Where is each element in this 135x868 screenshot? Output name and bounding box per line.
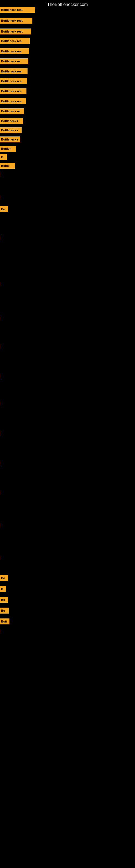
bottleneck-line-31 [0, 556, 0, 560]
bottleneck-bar-15: Bottlen [0, 146, 16, 152]
bottleneck-bar-7: Bottleneck res [0, 68, 28, 74]
bottleneck-line-30 [0, 524, 0, 527]
bottleneck-line-18 [0, 172, 0, 176]
bottleneck-bar-6: Bottleneck re [0, 58, 28, 64]
bottleneck-bar-13: Bottleneck r [0, 127, 21, 133]
bottleneck-bar-10: Bottleneck res [0, 98, 26, 104]
bottleneck-line-23 [0, 316, 0, 320]
bottleneck-bar-9: Bottleneck res [0, 88, 27, 94]
bottleneck-bar-4: Bottleneck res [0, 38, 30, 44]
bottleneck-line-27 [0, 431, 0, 435]
bottleneck-bar-17: Bottle [0, 163, 15, 169]
bottleneck-bar-32: Bo [0, 575, 8, 581]
bottleneck-line-29 [0, 491, 0, 495]
bottleneck-bar-35: Bo [0, 608, 9, 614]
bottleneck-bar-33: B [0, 586, 6, 592]
bottleneck-line-26 [0, 401, 0, 405]
bottleneck-bar-5: Bottleneck res [0, 48, 29, 54]
bottleneck-bar-3: Bottleneck resu [0, 29, 31, 34]
bottleneck-line-25 [0, 374, 0, 378]
bottleneck-bar-20: Bo [0, 206, 8, 212]
bottleneck-bar-2: Bottleneck resu [0, 18, 32, 24]
bottleneck-bar-36: Bott [0, 618, 9, 624]
bottleneck-line-37 [0, 629, 0, 633]
bottleneck-line-19 [0, 195, 0, 199]
bottleneck-bar-34: Bo [0, 597, 8, 603]
bottleneck-line-22 [0, 282, 0, 286]
bottleneck-bar-1: Bottleneck resu [0, 7, 35, 13]
bottleneck-line-24 [0, 344, 0, 348]
bottleneck-bar-16: B [0, 154, 7, 160]
bottleneck-bar-14: Bottleneck r [0, 136, 20, 143]
bottleneck-bar-12: Bottleneck r [0, 118, 23, 124]
bottleneck-line-21 [0, 236, 0, 240]
bottleneck-bar-11: Bottleneck re [0, 108, 24, 114]
bottleneck-line-28 [0, 461, 0, 465]
bottleneck-bar-8: Bottleneck res [0, 78, 27, 84]
